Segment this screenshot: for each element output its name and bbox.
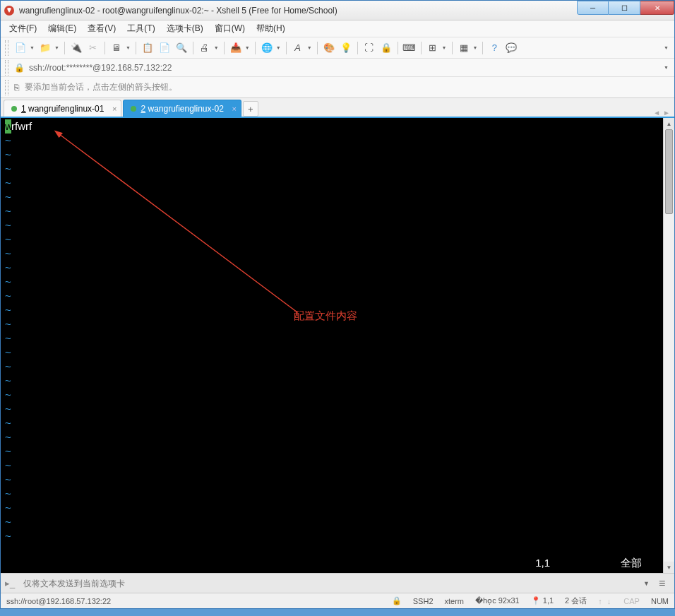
copy-icon[interactable]: 📋 <box>140 40 155 56</box>
dropdown-icon[interactable]: ▼ <box>28 45 36 50</box>
compose-bar: ▸_ ▼ ≡ <box>1 573 674 593</box>
terminal-empty-line: ~ <box>5 331 659 345</box>
session-tab-2[interactable]: 2 wangrufienglinux-02 × <box>123 100 241 117</box>
dropdown-icon[interactable]: ▼ <box>472 45 479 50</box>
keyboard-icon[interactable]: ⌨ <box>402 40 417 56</box>
terminal-empty-line: ~ <box>5 402 659 416</box>
print-icon[interactable]: 🖨 <box>197 40 213 56</box>
compose-dropdown-icon[interactable]: ▼ <box>643 580 655 587</box>
help-icon[interactable]: ? <box>486 40 502 56</box>
dropdown-icon[interactable]: ▼ <box>244 45 251 50</box>
menu-window[interactable]: 窗口(W) <box>209 21 251 36</box>
toolbar-grip[interactable] <box>5 40 8 56</box>
close-button[interactable]: ✕ <box>640 1 674 15</box>
terminal-empty-line: ~ <box>5 162 659 176</box>
open-folder-icon[interactable]: 📁 <box>37 40 53 56</box>
new-session-icon[interactable]: 📄 <box>13 40 28 56</box>
terminal-empty-line: ~ <box>5 176 659 190</box>
tab-prev-icon[interactable]: ◄ <box>653 109 660 117</box>
separator <box>482 42 483 54</box>
statusbar: ssh://root@192.168.57.132:22 🔒 SSH2 xter… <box>1 593 674 608</box>
terminal-empty-line: ~ <box>5 360 659 374</box>
toolbar-overflow[interactable]: ▼ <box>662 45 670 50</box>
addrbar-grip[interactable] <box>5 60 8 76</box>
status-url: ssh://root@192.168.57.132:22 <box>6 597 381 605</box>
transfer-icon[interactable]: 📥 <box>228 40 244 56</box>
cursor-position: 1,1 <box>535 556 550 570</box>
session-tab-1[interactable]: 1 wangruifenglinux-01 × <box>4 100 121 117</box>
hint-arrow-icon[interactable]: ⎘ <box>14 83 19 93</box>
terminal-scrollbar[interactable]: ▲ ▼ <box>663 118 674 573</box>
menu-view[interactable]: 查看(V) <box>82 21 121 36</box>
terminal-empty-line: ~ <box>5 487 659 501</box>
separator <box>104 42 105 54</box>
dropdown-icon[interactable]: ▼ <box>213 45 220 50</box>
status-pos: 📍 1,1 <box>531 596 554 605</box>
terminal-empty-line: ~ <box>5 529 659 543</box>
terminal-empty-line: ~ <box>5 473 659 487</box>
disconnect-icon[interactable]: ✂ <box>85 40 101 56</box>
compose-input[interactable] <box>20 576 639 591</box>
hintbar-grip[interactable] <box>5 80 8 95</box>
dropdown-icon[interactable]: ▼ <box>275 45 282 50</box>
terminal[interactable]: wrfwrf~~~~~~~~~~~~~~~~~~~~~~~~~~~~~ 配置文件… <box>1 118 663 573</box>
terminal-empty-line: ~ <box>5 345 659 360</box>
session-tabbar: 1 wangruifenglinux-01 × 2 wangrufienglin… <box>1 98 674 117</box>
globe-icon[interactable]: 🌐 <box>259 40 275 56</box>
add-icon[interactable]: ⊞ <box>425 40 441 56</box>
status-cap: CAP <box>623 597 640 605</box>
properties-icon[interactable]: 🖥 <box>109 40 124 56</box>
tab-next-icon[interactable]: ► <box>663 109 670 117</box>
separator <box>193 42 193 54</box>
new-tab-button[interactable]: + <box>243 101 258 117</box>
status-dot-icon <box>11 106 17 112</box>
fullscreen-icon[interactable]: ⛶ <box>362 40 377 56</box>
font-icon[interactable]: A <box>290 40 306 56</box>
chat-icon[interactable]: 💬 <box>503 40 519 56</box>
paste-icon[interactable]: 📄 <box>157 40 172 56</box>
tab-close-icon[interactable]: × <box>232 105 236 113</box>
tab-label: wangruifenglinux-01 <box>28 104 104 114</box>
scroll-thumb[interactable] <box>665 129 673 214</box>
tab-close-icon[interactable]: × <box>112 105 117 113</box>
terminal-empty-line: ~ <box>5 501 659 515</box>
tab-nav: ◄ ► <box>653 109 670 117</box>
session-url[interactable]: ssh://root:********@192.168.57.132:22 <box>29 63 172 73</box>
tab-label: wangrufienglinux-02 <box>148 104 223 114</box>
lock-icon[interactable]: 🔒 <box>378 40 394 56</box>
reconnect-icon[interactable]: 🔌 <box>68 40 84 56</box>
terminal-empty-line: ~ <box>5 232 659 247</box>
scroll-up-icon[interactable]: ▲ <box>664 118 674 129</box>
terminal-empty-line: ~ <box>5 515 659 529</box>
addrbar-overflow[interactable]: ▼ <box>662 65 670 70</box>
compose-menu-icon[interactable]: ≡ <box>659 577 670 590</box>
terminal-line: wrfwrf <box>5 119 659 134</box>
status-term: xterm <box>445 597 465 605</box>
hint-bar: ⎘ 要添加当前会话，点击左侧的箭头按钮。 <box>1 77 674 98</box>
titlebar[interactable]: wangrufienglinux-02 - root@wangruifengli… <box>1 1 674 20</box>
dropdown-icon[interactable]: ▼ <box>124 45 132 50</box>
separator <box>286 42 287 54</box>
layout-icon[interactable]: ▦ <box>456 40 472 56</box>
minimize-button[interactable]: ─ <box>577 1 609 15</box>
status-dot-icon <box>131 106 136 112</box>
dropdown-icon[interactable]: ▼ <box>53 45 61 50</box>
scroll-down-icon[interactable]: ▼ <box>664 562 674 573</box>
dropdown-icon[interactable]: ▼ <box>441 45 448 50</box>
dropdown-icon[interactable]: ▼ <box>306 45 313 50</box>
menu-tools[interactable]: 工具(T) <box>121 21 160 36</box>
color-icon[interactable]: 🎨 <box>321 40 337 56</box>
menu-edit[interactable]: 编辑(E) <box>42 21 82 36</box>
highlight-icon[interactable]: 💡 <box>338 40 354 56</box>
menu-file[interactable]: 文件(F) <box>4 21 42 36</box>
maximize-button[interactable]: ☐ <box>609 1 640 15</box>
window-title: wangrufienglinux-02 - root@wangruifengli… <box>19 6 671 16</box>
terminal-empty-line: ~ <box>5 218 659 232</box>
menu-help[interactable]: 帮助(H) <box>251 21 291 36</box>
menu-tab[interactable]: 选项卡(B) <box>161 21 209 36</box>
compose-icon: ▸_ <box>5 578 16 589</box>
window-controls: ─ ☐ ✕ <box>577 1 674 15</box>
hint-text: 要添加当前会话，点击左侧的箭头按钮。 <box>25 81 177 93</box>
find-icon[interactable]: 🔍 <box>174 40 189 56</box>
tab-index: 2 <box>141 104 145 114</box>
